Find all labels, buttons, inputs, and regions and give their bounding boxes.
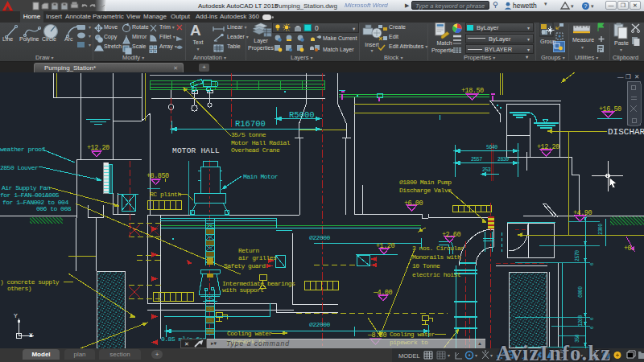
- svg-text:with support: with support: [222, 286, 264, 294]
- svg-text:electric hoist: electric hoist: [412, 271, 460, 278]
- svg-text:▾: ▾: [475, 353, 477, 358]
- svg-text:Return: Return: [238, 247, 260, 254]
- svg-text:MODEL: MODEL: [398, 352, 420, 360]
- svg-text:006 to 008: 006 to 008: [36, 205, 72, 212]
- svg-text:35/5 tonne: 35/5 tonne: [231, 131, 266, 138]
- svg-text:others): others): [7, 285, 31, 292]
- svg-text:Monorails with: Monorails with: [412, 253, 461, 261]
- svg-text:Main Motor: Main Motor: [243, 173, 279, 180]
- svg-text:R5000: R5000: [289, 110, 315, 120]
- svg-text:▾: ▾: [591, 3, 594, 9]
- svg-text:+2.60: +2.60: [442, 231, 460, 239]
- svg-text:—4.00: —4.00: [373, 289, 392, 297]
- svg-text:+0.: +0.: [624, 245, 635, 253]
- svg-text:2830: 2830: [497, 157, 509, 162]
- svg-text:Discharge Valve: Discharge Valve: [399, 187, 452, 194]
- svg-text:+4.90: +4.90: [573, 209, 592, 217]
- svg-text:Air Supply Fan: Air Supply Fan: [2, 184, 51, 191]
- svg-text:∅1800 Main Pump: ∅1800 Main Pump: [399, 179, 452, 186]
- svg-text:2557: 2557: [471, 157, 482, 162]
- svg-text:for 1—FAN—001&005: for 1—FAN—001&005: [0, 191, 60, 199]
- svg-text:▾: ▾: [448, 353, 450, 358]
- svg-text:MOTOR HALL: MOTOR HALL: [172, 146, 220, 155]
- svg-text:1268: 1268: [578, 315, 584, 327]
- svg-text:6: 6: [589, 326, 595, 329]
- svg-text:❐: ❐: [625, 73, 631, 80]
- svg-text:—: —: [617, 73, 624, 80]
- svg-text:10 Tonne: 10 Tonne: [412, 262, 440, 269]
- svg-text:0: 0: [315, 24, 319, 32]
- svg-text:+12.20: +12.20: [87, 144, 109, 152]
- svg-text:+6.00: +6.00: [404, 200, 423, 208]
- svg-text:2570: 2570: [575, 250, 580, 261]
- svg-text:+1.20: +1.20: [376, 242, 394, 250]
- svg-text:5640: 5640: [486, 145, 497, 150]
- svg-text:+8.850: +8.850: [147, 172, 169, 180]
- svg-text:∅22000: ∅22000: [309, 321, 331, 328]
- svg-text:▾: ▾: [89, 25, 91, 30]
- svg-text:Cooling water: Cooling water: [227, 330, 273, 337]
- svg-text:Y: Y: [14, 312, 18, 319]
- svg-text:∅22000: ∅22000: [309, 234, 331, 241]
- svg-text:air grilles: air grilles: [238, 254, 277, 261]
- svg-text:DISCHARG: DISCHARG: [608, 127, 644, 137]
- svg-text:RC plinth: RC plinth: [150, 191, 181, 198]
- svg-text:Cooling water: Cooling water: [390, 331, 436, 338]
- svg-text:Motor Hall Radial: Motor Hall Radial: [231, 139, 291, 146]
- svg-text:▾: ▾: [490, 353, 493, 358]
- svg-text:6000: 6000: [578, 286, 584, 298]
- svg-text:2850 Louver: 2850 Louver: [0, 164, 39, 171]
- svg-text:▾: ▾: [353, 26, 356, 31]
- svg-text:2300: 2300: [598, 224, 604, 235]
- svg-text:Overhead Crane: Overhead Crane: [231, 146, 280, 154]
- svg-text:6: 6: [589, 317, 595, 320]
- svg-text:?: ?: [584, 2, 587, 10]
- svg-text:R16700: R16700: [235, 119, 266, 129]
- svg-text:+18.50: +18.50: [461, 87, 484, 95]
- svg-text:3 nos. Circular: 3 nos. Circular: [412, 245, 464, 252]
- svg-text:✕: ✕: [634, 73, 639, 80]
- svg-text:X: X: [29, 331, 33, 339]
- svg-text:▾: ▾: [89, 34, 91, 39]
- svg-text:Safety guard: Safety guard: [224, 262, 266, 269]
- svg-text:+12.20: +12.20: [537, 143, 559, 151]
- svg-text:▾: ▾: [89, 43, 91, 47]
- svg-text:6: 6: [589, 262, 595, 265]
- svg-text:weather proof: weather proof: [0, 146, 46, 153]
- svg-text:▾: ▾: [571, 3, 574, 9]
- svg-text:253: 253: [482, 167, 491, 173]
- svg-text:+16.50: +16.50: [599, 105, 621, 113]
